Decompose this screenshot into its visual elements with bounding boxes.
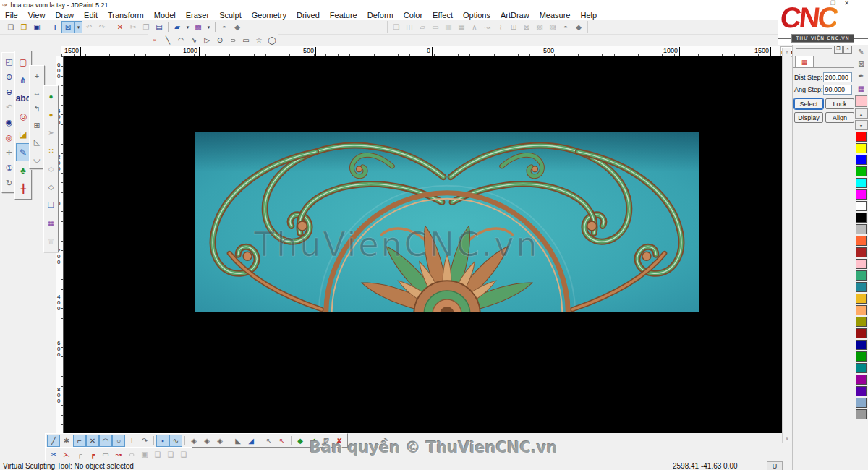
color-swatch[interactable] (856, 317, 867, 327)
text-tool-icon[interactable]: abc (16, 89, 30, 107)
dropdown-arrow-icon[interactable]: ▾ (75, 21, 82, 33)
shield-tool-icon[interactable]: ◆ (231, 21, 244, 33)
color-swatch[interactable] (856, 351, 867, 362)
gem-off-icon[interactable]: ◇ (45, 160, 57, 178)
snap-intersect-icon[interactable]: ✕ (86, 435, 99, 447)
region-select-icon[interactable]: ⊠ (855, 58, 868, 70)
field-input[interactable]: 200.000 (823, 72, 852, 82)
menu-item[interactable]: Help (575, 11, 602, 20)
palette-up-button[interactable]: ▴ (855, 108, 868, 119)
wave-icon[interactable]: ≀ (494, 21, 507, 33)
curve-node-icon[interactable]: ∿ (169, 435, 182, 447)
snap-perpendicular-icon[interactable]: ⊥ (125, 435, 138, 447)
close-button[interactable]: ✕ (844, 0, 849, 7)
oval-icon[interactable]: ○ (122, 448, 141, 461)
skew-icon[interactable]: ▭ (429, 21, 442, 33)
zoom-object-icon[interactable]: ◎ (3, 130, 15, 145)
delete-icon[interactable]: ✕ (114, 21, 127, 33)
draw-line-icon[interactable]: ╱ (47, 435, 60, 447)
align-button[interactable]: Align (825, 112, 854, 123)
restore-button[interactable]: ❐ (830, 0, 835, 7)
relief-tool-icon[interactable]: ♣ (16, 161, 30, 179)
cut-icon[interactable]: ✂ (127, 21, 140, 33)
color-swatch[interactable] (856, 132, 867, 142)
angle-tool-icon[interactable]: ◺ (30, 134, 43, 150)
panel-close-button[interactable]: × (843, 46, 852, 54)
plane-a-icon[interactable]: ◈ (187, 435, 200, 447)
smooth-tool-icon[interactable]: ◣ (231, 435, 244, 447)
display-button[interactable]: Display (794, 112, 823, 123)
fill-surface-icon[interactable]: ▰ (171, 21, 184, 33)
curve-region-icon[interactable]: ◡ (30, 150, 43, 167)
color-swatch[interactable] (856, 143, 867, 153)
lock-button[interactable]: Lock (825, 98, 854, 109)
color-swatch[interactable] (856, 189, 867, 200)
select-box-icon[interactable]: ⊠ (61, 21, 75, 33)
scale-icon[interactable]: ▥ (442, 21, 455, 33)
material-dots-icon[interactable]: ∷ (45, 142, 57, 160)
select-frame-icon[interactable]: ▢ (16, 53, 30, 71)
menu-item[interactable]: Model (149, 11, 181, 20)
scroll-down-icon[interactable]: ∨ (785, 435, 788, 441)
grid-icon[interactable]: ⊞ (507, 21, 520, 33)
chamfer-icon[interactable]: ┏ (86, 448, 99, 461)
color-swatch[interactable] (856, 363, 867, 373)
pan-cross-icon[interactable]: ✛ (48, 21, 61, 33)
color-swatch[interactable] (856, 386, 867, 396)
color-swatch[interactable] (856, 247, 867, 257)
minimize-button[interactable]: — (816, 0, 822, 7)
zoom-back-icon[interactable]: ↶ (3, 100, 15, 115)
book-icon[interactable]: ❐ (45, 196, 57, 214)
menu-item[interactable]: File (0, 11, 23, 20)
circle-icon[interactable]: ◯ (265, 34, 278, 46)
color-swatch[interactable] (856, 270, 867, 281)
dropdown-arrow-icon[interactable]: ▾ (184, 21, 192, 33)
view-3d-icon[interactable]: ▩ (192, 21, 205, 33)
pick-light-icon[interactable]: ➤ (45, 124, 57, 142)
snap-circle-icon[interactable]: ○ (112, 435, 125, 447)
menu-item[interactable]: Measure (535, 11, 576, 20)
new-file-icon[interactable]: ❑ (4, 21, 17, 33)
vertical-scrollbar[interactable]: ∧ ∨ (782, 48, 791, 443)
plane-b-icon[interactable]: ◈ (200, 435, 213, 447)
hatch-alt-icon[interactable]: ▨ (546, 21, 559, 33)
menu-item[interactable]: Draw (50, 11, 79, 20)
gem-icon[interactable]: ◇ (45, 178, 57, 196)
pan-icon[interactable]: ✛ (3, 145, 15, 161)
menu-item[interactable]: Geometry (247, 11, 292, 20)
rotate-icon[interactable]: ▱ (416, 21, 429, 33)
shield-icon[interactable]: ◆ (572, 21, 585, 33)
eyedropper-icon[interactable]: ✒ (855, 70, 868, 82)
duplicate-icon[interactable]: ❏ (390, 21, 403, 33)
path-icon[interactable]: ↰ (30, 101, 43, 117)
angle-icon[interactable]: ∧ (468, 21, 481, 33)
light-off-icon[interactable]: ● (45, 106, 57, 124)
array-icon[interactable]: ▦ (455, 21, 468, 33)
mirror-icon[interactable]: ◫ (403, 21, 416, 33)
field-input[interactable]: 90.000 (823, 85, 852, 95)
fillet-icon[interactable]: ┌ (73, 448, 86, 461)
color-swatch[interactable] (856, 236, 867, 246)
snap-node-icon[interactable]: ✱ (60, 435, 73, 447)
cross-grid-icon[interactable]: ⊠ (520, 21, 533, 33)
eraser-tool-icon[interactable]: ◪ (16, 125, 30, 143)
menu-item[interactable]: Drived (292, 11, 325, 20)
snap-arc-icon[interactable]: ◠ (99, 435, 112, 447)
line-icon[interactable]: ╲ (161, 34, 174, 46)
rotate-view-icon[interactable]: ↻ (3, 176, 15, 191)
menu-item[interactable]: Transform (103, 11, 149, 20)
color-swatch[interactable] (856, 375, 867, 385)
dome-tool-icon[interactable]: ◓ (218, 21, 231, 33)
arc-icon[interactable]: ◠ (174, 34, 187, 46)
plane-c-icon[interactable]: ◈ (213, 435, 226, 447)
color-swatch[interactable] (856, 328, 867, 338)
menu-item[interactable]: ArtDraw (495, 11, 535, 20)
dropdown-arrow-icon[interactable]: ▾ (205, 21, 213, 33)
crown-icon[interactable]: ♕ (45, 232, 57, 250)
measure-width-icon[interactable]: ↔ (30, 84, 43, 101)
offset-corner-icon[interactable]: ▭ (99, 448, 112, 461)
palette-down-button[interactable]: ▾ (855, 120, 868, 130)
paste-icon[interactable]: ▤ (153, 21, 166, 33)
panel-splitter[interactable] (796, 48, 832, 51)
panel-restore-button[interactable]: ❐ (834, 46, 843, 54)
